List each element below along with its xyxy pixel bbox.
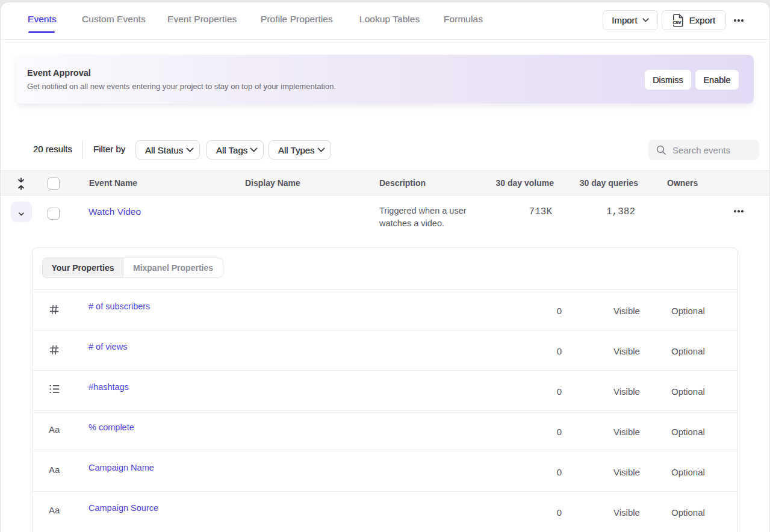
svg-text:CSV: CSV — [672, 20, 681, 25]
